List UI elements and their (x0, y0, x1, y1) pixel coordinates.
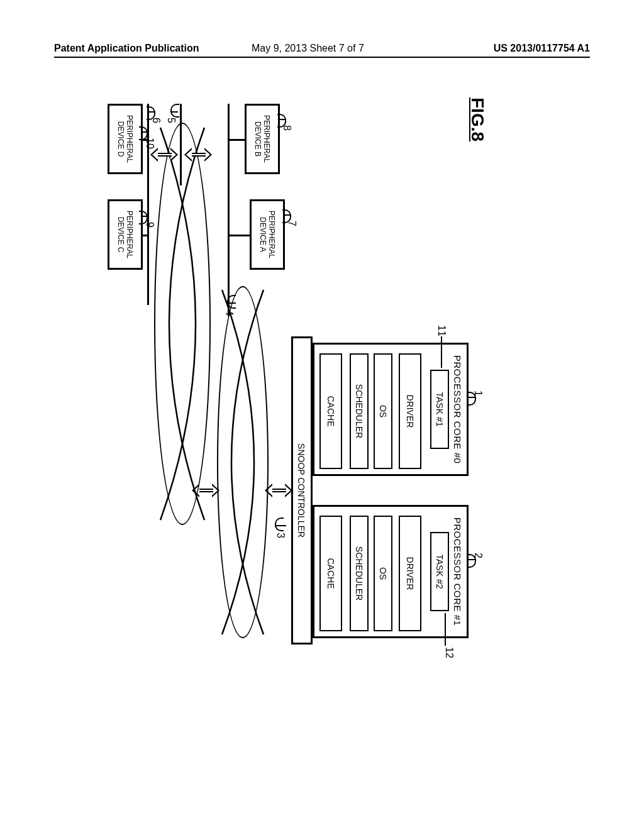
leader-periph-c (142, 216, 148, 217)
leader-periph-a (284, 214, 291, 216)
core0-task: TASK #1 (430, 370, 449, 449)
ref-task1: 11 (436, 325, 447, 336)
leader-task1 (441, 336, 442, 368)
leader-snoop (275, 525, 286, 526)
leader-periph-d (142, 131, 148, 133)
peripheral-device-c: PERIPHERAL DEVICE C (108, 199, 143, 270)
bus-lower-cross-icon (154, 123, 211, 525)
header-middle: May 9, 2013 Sheet 7 of 7 (252, 43, 364, 54)
core0-os: OS (374, 353, 392, 469)
core0-title: PROCESSOR CORE #0 (452, 345, 463, 474)
figure-container: FIG.8 PROCESSOR CORE #0 TASK #1 DRIVER O… (101, 97, 487, 695)
leader-core0 (469, 397, 476, 398)
core0-driver: DRIVER (399, 353, 421, 469)
leader-periph-b (279, 119, 286, 120)
header-left: Patent Application Publication (54, 43, 199, 54)
header-rule (54, 57, 590, 58)
bus-stub-b (230, 139, 245, 141)
leader-core1 (469, 559, 476, 560)
figure-title: FIG.8 (467, 97, 487, 141)
peripheral-device-d: PERIPHERAL DEVICE D (108, 104, 143, 174)
bus-stub-a (230, 235, 250, 236)
periph-b-label: PERIPHERAL DEVICE B (253, 115, 272, 163)
ref-task2: 12 (443, 647, 455, 658)
core1-task: TASK #2 (430, 532, 449, 611)
core1-driver: DRIVER (399, 516, 421, 631)
core1-os: OS (374, 516, 392, 631)
arrow-periph-lower (152, 147, 177, 163)
bus-line-upper (228, 104, 230, 316)
figure-rotated: FIG.8 PROCESSOR CORE #0 TASK #1 DRIVER O… (101, 97, 487, 695)
page: Patent Application Publication May 9, 20… (0, 0, 644, 830)
core0-scheduler: SCHEDULER (350, 353, 369, 469)
core1-scheduler: SCHEDULER (350, 516, 369, 631)
leader-bus-mid (170, 111, 178, 113)
header-right: US 2013/0117754 A1 (494, 43, 590, 54)
ref-snoop: 3 (275, 533, 286, 538)
arrow-snoop-bus (266, 482, 291, 499)
peripheral-device-b: PERIPHERAL DEVICE B (245, 104, 280, 174)
periph-c-label: PERIPHERAL DEVICE C (116, 211, 135, 258)
core0-cache: CACHE (319, 353, 342, 469)
snoop-controller: SNOOP CONTROLLER (291, 336, 313, 645)
arrow-periph-upper (186, 147, 211, 163)
ref-periph-d: 10 (144, 138, 155, 149)
periph-a-label: PERIPHERAL DEVICE A (258, 211, 277, 258)
bus-upper-cross-icon (217, 286, 269, 638)
core1-title: PROCESSOR CORE #1 (452, 507, 463, 636)
core1-cache: CACHE (319, 516, 342, 631)
page-header: Patent Application Publication May 9, 20… (0, 45, 644, 63)
peripheral-device-a: PERIPHERAL DEVICE A (250, 199, 285, 270)
bus-line-mid (180, 104, 182, 185)
ref-bus-mid: 5 (165, 118, 177, 123)
periph-d-label: PERIPHERAL DEVICE D (116, 115, 135, 163)
leader-bus-lower (148, 111, 155, 113)
leader-task2 (445, 613, 446, 646)
processor-core-0: PROCESSOR CORE #0 TASK #1 DRIVER OS SCHE… (313, 343, 469, 476)
